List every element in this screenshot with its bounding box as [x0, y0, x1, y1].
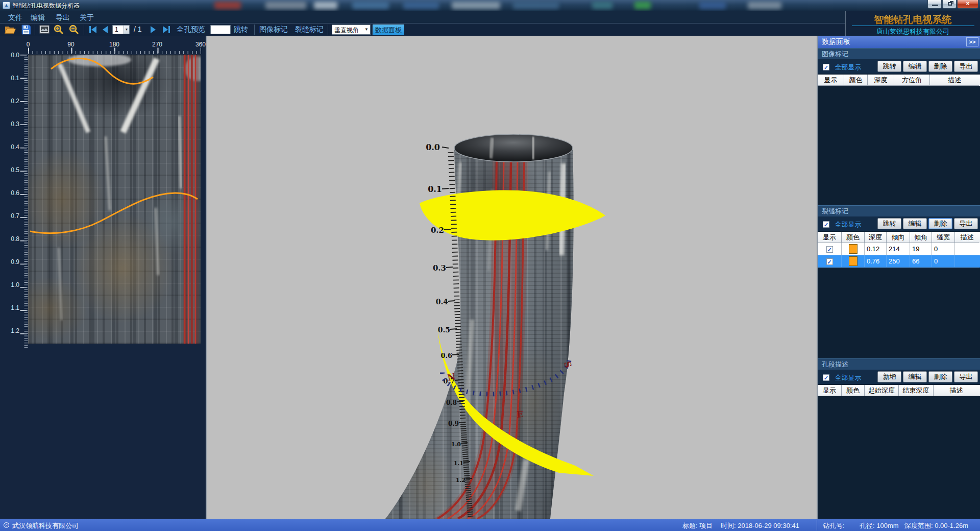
image-marks-show-all[interactable]: ✓ 全部显示 — [823, 62, 861, 72]
titlebar-blur-blob — [634, 2, 651, 9]
image-marks-export-button[interactable]: 导出 — [954, 61, 978, 72]
fracture-sine-curve-2[interactable] — [30, 193, 198, 233]
status-hole-id: 钻孔号: — [823, 521, 845, 530]
hole-desc-add-button[interactable]: 新增 — [877, 371, 901, 382]
data-panel-header: 数据面板 >> — [818, 36, 980, 48]
checkbox-checked-icon[interactable]: ✓ — [823, 374, 829, 381]
fracture-trend: 250 — [887, 255, 910, 268]
image-marks-delete-button[interactable]: 删除 — [928, 61, 952, 72]
status-range: 深度范围: 0.00-1.26m — [904, 521, 968, 530]
cylinder-top-opening — [454, 134, 573, 162]
hole-desc-show-all[interactable]: ✓ 全部显示 — [823, 373, 861, 382]
data-panel-toggle-button[interactable]: 数据面板 — [373, 25, 404, 35]
brand-box: 智能钻孔电视系统 唐山莱锐思科技有限公司 — [845, 11, 980, 36]
fracture-dip: 19 — [910, 243, 932, 255]
fracture-width: 0 — [932, 255, 955, 268]
hole-desc-table-header: 显示 颜色 起始深度 结束深度 描述 — [818, 385, 980, 396]
fracture-desc — [955, 243, 979, 255]
fracture-marks-section-title: 裂缝标记 — [818, 205, 980, 216]
titlebar-blur-blob — [352, 2, 389, 9]
image-marks-table-header: 显示 颜色 深度 方位角 描述 — [818, 75, 980, 86]
page-total-label: / 1 — [134, 25, 142, 33]
image-marks-jump-button[interactable]: 跳转 — [877, 61, 901, 72]
fracture-row-selected[interactable]: ✓ 0.76 250 66 0 — [818, 255, 980, 268]
fracture-mark-button[interactable]: 裂缝标记 — [295, 25, 324, 34]
depth-3d-label: 0.8 — [446, 399, 457, 406]
titlebar-blur-blob — [403, 2, 439, 9]
minimize-button[interactable] — [927, 0, 942, 9]
full-hole-preview-button[interactable]: 全孔预览 — [177, 25, 205, 34]
titlebar-blur-blob — [214, 2, 241, 9]
row-color-swatch[interactable] — [849, 244, 857, 254]
borehole-image[interactable] — [28, 55, 201, 344]
titlebar-blur-blob — [699, 2, 726, 9]
titlebar-blur-blob — [513, 2, 559, 9]
hole-desc-export-button[interactable]: 导出 — [954, 371, 978, 382]
row-color-swatch[interactable] — [849, 256, 857, 266]
titlebar-blur-blob — [314, 2, 337, 9]
fracture-depth: 0.76 — [865, 255, 887, 268]
checkbox-checked-icon[interactable]: ✓ — [823, 64, 829, 70]
titlebar-blur-blob — [592, 2, 612, 9]
borehole-3d-view[interactable]: 0.0 0.1 0.2 0.3 0.4 0.5 0.6 0.7 0.8 0.9 … — [206, 36, 817, 519]
title-bar[interactable]: ▲ 智能钻孔电视数据分析器 × — [0, 0, 980, 11]
image-marks-section-title: 图像标记 — [818, 48, 980, 59]
minimize-icon — [932, 5, 938, 6]
jump-button[interactable]: 跳转 — [234, 25, 248, 34]
window-title: 智能钻孔电视数据分析器 — [12, 2, 80, 10]
depth-3d-label: 1.1 — [454, 460, 463, 467]
menu-file[interactable]: 文件 — [6, 13, 24, 23]
copyright-icon: c — [4, 522, 9, 528]
view-angle-select[interactable]: 垂直视角 ▼ — [332, 25, 371, 35]
restore-button[interactable] — [942, 0, 957, 9]
depth-3d-label: 0.4 — [436, 298, 449, 306]
hole-desc-edit-button[interactable]: 编辑 — [903, 371, 927, 382]
menu-export[interactable]: 导出 — [54, 13, 72, 23]
select-dropdown-icon: ▼ — [363, 26, 370, 34]
menu-about[interactable]: 关于 — [78, 13, 96, 23]
fracture-row[interactable]: ✓ 0.12 214 19 0 — [818, 243, 980, 255]
depth-3d-label: 0.9 — [448, 420, 459, 427]
depth-3d-label: 1.2 — [456, 477, 465, 484]
depth-3d-label: 0.2 — [431, 226, 444, 235]
close-button[interactable]: × — [957, 0, 978, 9]
fracture-marks-export-button[interactable]: 导出 — [954, 218, 978, 229]
fracture-trend: 214 — [887, 243, 910, 255]
image-mark-button[interactable]: 图像标记 — [259, 25, 288, 34]
compass-ring-ticks — [443, 360, 569, 394]
compass-south-label: S — [562, 360, 574, 369]
image-marks-edit-button[interactable]: 编辑 — [903, 61, 927, 72]
data-panel: 数据面板 >> 图像标记 ✓ 全部显示 跳转 编辑 删除 导出 显示 颜色 深度… — [817, 36, 980, 519]
depth-3d-label: 0.3 — [433, 263, 446, 273]
hole-desc-delete-button[interactable]: 删除 — [928, 371, 952, 382]
fracture-marks-delete-button[interactable]: 删除 — [928, 218, 952, 229]
scene-overlay: 0.0 0.1 0.2 0.3 0.4 0.5 0.6 0.7 0.8 0.9 … — [207, 36, 817, 519]
titlebar-blur-blob — [452, 2, 500, 9]
status-divider — [817, 520, 817, 530]
status-company: 武汉领航科技有限公司 — [12, 521, 79, 530]
checkbox-checked-icon[interactable]: ✓ — [823, 221, 829, 228]
row-visible-checkbox[interactable]: ✓ — [826, 258, 833, 265]
combobox-dropdown-icon[interactable]: ▼ — [124, 26, 129, 34]
image-marks-controls: ✓ 全部显示 跳转 编辑 删除 导出 — [818, 59, 980, 74]
row-visible-checkbox[interactable]: ✓ — [826, 246, 833, 253]
collapse-panel-button[interactable]: >> — [966, 37, 978, 46]
depth-3d-label: 1.0 — [451, 441, 461, 448]
view-angle-value: 垂直视角 — [334, 26, 359, 35]
compass-east-label: E — [516, 409, 524, 420]
hole-desc-section-title: 孔段描述 — [818, 358, 980, 370]
fracture-disc-1[interactable] — [420, 190, 605, 240]
menu-edit[interactable]: 编辑 — [29, 13, 47, 23]
page-number-combobox[interactable]: 1 ▼ — [112, 25, 130, 34]
application-window: ▲ 智能钻孔电视数据分析器 × 文件 编辑 导出 关于 — [0, 0, 980, 531]
fracture-marks-jump-button[interactable]: 跳转 — [877, 218, 901, 229]
jump-depth-input[interactable] — [210, 25, 231, 34]
fracture-marks-edit-button[interactable]: 编辑 — [903, 218, 927, 229]
depth-3d-label: 0.1 — [428, 184, 442, 194]
borehole-image-overlay — [28, 55, 201, 344]
fracture-dip: 66 — [910, 255, 932, 268]
toolbar: 1 ▼ / 1 全孔预览 跳转 图像标记 裂缝标记 垂直视角 ▼ 数据面板 — [0, 24, 845, 36]
fracture-marks-show-all[interactable]: ✓ 全部显示 — [823, 220, 861, 229]
close-icon: × — [958, 0, 978, 8]
fracture-width: 0 — [932, 243, 955, 255]
